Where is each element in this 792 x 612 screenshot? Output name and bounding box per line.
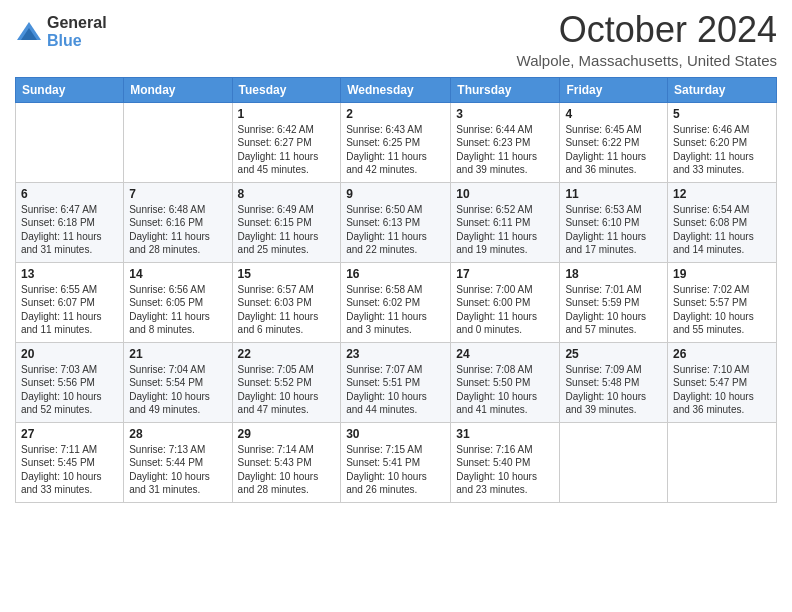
day-info-line-0: Sunrise: 7:15 AM [346, 444, 422, 455]
day-info: Sunrise: 7:13 AMSunset: 5:44 PMDaylight:… [129, 443, 226, 497]
calendar-cell-3-1: 21Sunrise: 7:04 AMSunset: 5:54 PMDayligh… [124, 342, 232, 422]
calendar-cell-1-5: 11Sunrise: 6:53 AMSunset: 6:10 PMDayligh… [560, 182, 668, 262]
day-info-line-0: Sunrise: 6:48 AM [129, 204, 205, 215]
day-info: Sunrise: 7:14 AMSunset: 5:43 PMDaylight:… [238, 443, 336, 497]
day-info-line-2: Daylight: 10 hours and 23 minutes. [456, 471, 537, 496]
day-number: 20 [21, 347, 118, 361]
day-info-line-1: Sunset: 6:07 PM [21, 297, 95, 308]
day-info: Sunrise: 6:50 AMSunset: 6:13 PMDaylight:… [346, 203, 445, 257]
day-number: 2 [346, 107, 445, 121]
day-info-line-2: Daylight: 10 hours and 57 minutes. [565, 311, 646, 336]
month-title: October 2024 [517, 10, 777, 50]
day-info-line-2: Daylight: 10 hours and 44 minutes. [346, 391, 427, 416]
day-info-line-0: Sunrise: 7:07 AM [346, 364, 422, 375]
day-info-line-2: Daylight: 11 hours and 22 minutes. [346, 231, 427, 256]
day-info-line-0: Sunrise: 6:49 AM [238, 204, 314, 215]
day-info-line-2: Daylight: 11 hours and 6 minutes. [238, 311, 319, 336]
day-info-line-2: Daylight: 11 hours and 39 minutes. [456, 151, 537, 176]
day-number: 8 [238, 187, 336, 201]
day-info-line-0: Sunrise: 7:14 AM [238, 444, 314, 455]
day-info-line-1: Sunset: 6:25 PM [346, 137, 420, 148]
day-info-line-0: Sunrise: 7:01 AM [565, 284, 641, 295]
title-block: October 2024 Walpole, Massachusetts, Uni… [517, 10, 777, 69]
day-info-line-2: Daylight: 11 hours and 42 minutes. [346, 151, 427, 176]
day-number: 16 [346, 267, 445, 281]
logo-general: General [47, 14, 107, 32]
calendar-cell-4-2: 29Sunrise: 7:14 AMSunset: 5:43 PMDayligh… [232, 422, 341, 502]
calendar-cell-3-4: 24Sunrise: 7:08 AMSunset: 5:50 PMDayligh… [451, 342, 560, 422]
day-info-line-1: Sunset: 6:18 PM [21, 217, 95, 228]
page: General Blue October 2024 Walpole, Massa… [0, 0, 792, 612]
calendar-cell-3-2: 22Sunrise: 7:05 AMSunset: 5:52 PMDayligh… [232, 342, 341, 422]
day-number: 25 [565, 347, 662, 361]
calendar-cell-2-1: 14Sunrise: 6:56 AMSunset: 6:05 PMDayligh… [124, 262, 232, 342]
day-number: 21 [129, 347, 226, 361]
day-info-line-2: Daylight: 10 hours and 55 minutes. [673, 311, 754, 336]
day-info-line-1: Sunset: 5:57 PM [673, 297, 747, 308]
col-sunday: Sunday [16, 77, 124, 102]
day-number: 22 [238, 347, 336, 361]
day-number: 9 [346, 187, 445, 201]
day-info-line-0: Sunrise: 7:16 AM [456, 444, 532, 455]
calendar-cell-4-3: 30Sunrise: 7:15 AMSunset: 5:41 PMDayligh… [341, 422, 451, 502]
day-info-line-2: Daylight: 10 hours and 41 minutes. [456, 391, 537, 416]
day-info-line-2: Daylight: 11 hours and 0 minutes. [456, 311, 537, 336]
day-info: Sunrise: 7:16 AMSunset: 5:40 PMDaylight:… [456, 443, 554, 497]
week-row-1: 1Sunrise: 6:42 AMSunset: 6:27 PMDaylight… [16, 102, 777, 182]
calendar-cell-4-4: 31Sunrise: 7:16 AMSunset: 5:40 PMDayligh… [451, 422, 560, 502]
day-number: 12 [673, 187, 771, 201]
day-number: 14 [129, 267, 226, 281]
logo-blue: Blue [47, 32, 107, 50]
day-info: Sunrise: 6:49 AMSunset: 6:15 PMDaylight:… [238, 203, 336, 257]
day-info-line-2: Daylight: 11 hours and 17 minutes. [565, 231, 646, 256]
day-number: 1 [238, 107, 336, 121]
day-info-line-1: Sunset: 6:27 PM [238, 137, 312, 148]
day-info-line-1: Sunset: 5:52 PM [238, 377, 312, 388]
day-number: 5 [673, 107, 771, 121]
day-number: 17 [456, 267, 554, 281]
day-info-line-2: Daylight: 11 hours and 11 minutes. [21, 311, 102, 336]
day-info-line-2: Daylight: 11 hours and 36 minutes. [565, 151, 646, 176]
day-info-line-1: Sunset: 6:15 PM [238, 217, 312, 228]
day-info-line-1: Sunset: 5:51 PM [346, 377, 420, 388]
day-info-line-0: Sunrise: 6:56 AM [129, 284, 205, 295]
calendar-cell-2-6: 19Sunrise: 7:02 AMSunset: 5:57 PMDayligh… [668, 262, 777, 342]
calendar-cell-3-5: 25Sunrise: 7:09 AMSunset: 5:48 PMDayligh… [560, 342, 668, 422]
day-info-line-1: Sunset: 6:16 PM [129, 217, 203, 228]
day-info-line-0: Sunrise: 7:11 AM [21, 444, 97, 455]
day-number: 11 [565, 187, 662, 201]
day-info: Sunrise: 6:56 AMSunset: 6:05 PMDaylight:… [129, 283, 226, 337]
day-info-line-1: Sunset: 6:22 PM [565, 137, 639, 148]
day-info-line-0: Sunrise: 6:44 AM [456, 124, 532, 135]
day-info-line-2: Daylight: 10 hours and 33 minutes. [21, 471, 102, 496]
day-info-line-1: Sunset: 6:23 PM [456, 137, 530, 148]
calendar-cell-1-1: 7Sunrise: 6:48 AMSunset: 6:16 PMDaylight… [124, 182, 232, 262]
day-info-line-1: Sunset: 5:50 PM [456, 377, 530, 388]
day-info-line-1: Sunset: 5:54 PM [129, 377, 203, 388]
day-info: Sunrise: 6:53 AMSunset: 6:10 PMDaylight:… [565, 203, 662, 257]
day-info-line-1: Sunset: 5:43 PM [238, 457, 312, 468]
location: Walpole, Massachusetts, United States [517, 52, 777, 69]
day-info: Sunrise: 7:05 AMSunset: 5:52 PMDaylight:… [238, 363, 336, 417]
calendar-cell-1-3: 9Sunrise: 6:50 AMSunset: 6:13 PMDaylight… [341, 182, 451, 262]
day-info-line-1: Sunset: 5:47 PM [673, 377, 747, 388]
calendar-cell-2-4: 17Sunrise: 7:00 AMSunset: 6:00 PMDayligh… [451, 262, 560, 342]
day-info: Sunrise: 7:02 AMSunset: 5:57 PMDaylight:… [673, 283, 771, 337]
calendar-cell-2-5: 18Sunrise: 7:01 AMSunset: 5:59 PMDayligh… [560, 262, 668, 342]
day-info-line-2: Daylight: 10 hours and 36 minutes. [673, 391, 754, 416]
day-info-line-0: Sunrise: 6:57 AM [238, 284, 314, 295]
day-info: Sunrise: 7:11 AMSunset: 5:45 PMDaylight:… [21, 443, 118, 497]
calendar-cell-4-6 [668, 422, 777, 502]
day-info-line-1: Sunset: 6:20 PM [673, 137, 747, 148]
day-number: 31 [456, 427, 554, 441]
day-number: 3 [456, 107, 554, 121]
day-info-line-0: Sunrise: 6:42 AM [238, 124, 314, 135]
day-info: Sunrise: 6:46 AMSunset: 6:20 PMDaylight:… [673, 123, 771, 177]
day-info-line-1: Sunset: 5:44 PM [129, 457, 203, 468]
day-info-line-1: Sunset: 6:10 PM [565, 217, 639, 228]
calendar-cell-1-0: 6Sunrise: 6:47 AMSunset: 6:18 PMDaylight… [16, 182, 124, 262]
day-info-line-1: Sunset: 5:40 PM [456, 457, 530, 468]
day-info-line-0: Sunrise: 6:46 AM [673, 124, 749, 135]
calendar-cell-2-0: 13Sunrise: 6:55 AMSunset: 6:07 PMDayligh… [16, 262, 124, 342]
day-info: Sunrise: 6:48 AMSunset: 6:16 PMDaylight:… [129, 203, 226, 257]
